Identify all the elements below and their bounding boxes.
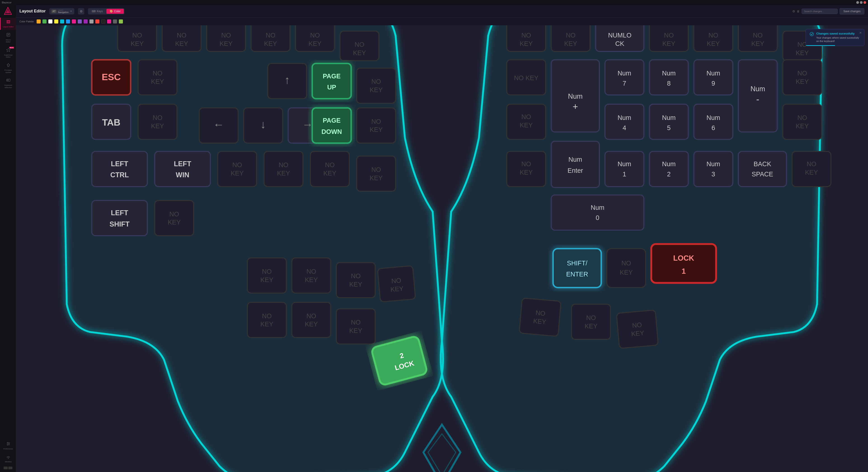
key-L33[interactable] xyxy=(264,152,303,187)
toast-close-button[interactable]: ✕ xyxy=(859,31,862,35)
macro-editor-label: MacroEditor xyxy=(6,39,11,43)
key-num9[interactable] xyxy=(694,60,733,95)
title-bar-controls[interactable] xyxy=(856,1,866,4)
key-RT4[interactable] xyxy=(571,304,611,340)
svg-text:KEY: KEY xyxy=(370,174,382,182)
app-logo[interactable] xyxy=(4,7,12,15)
key-R26[interactable] xyxy=(783,104,822,139)
key-num0[interactable] xyxy=(551,195,644,230)
key-L21[interactable] xyxy=(138,104,177,139)
color-swatch-4[interactable] xyxy=(60,20,64,24)
sidebar-item-wireless[interactable]: Wireless xyxy=(0,452,16,465)
svg-text:↓: ↓ xyxy=(260,118,266,130)
layer-number: #7 xyxy=(52,9,57,13)
key-LT6[interactable] xyxy=(336,309,375,344)
key-R16[interactable] xyxy=(783,60,822,95)
settings-2-icon[interactable]: ⚙ xyxy=(792,9,795,13)
key-lock1[interactable] xyxy=(651,244,716,283)
minimize-button[interactable] xyxy=(856,1,859,4)
svg-text:Num: Num xyxy=(662,69,676,77)
key-LT2[interactable] xyxy=(336,263,375,298)
svg-text:KEY: KEY xyxy=(220,40,232,47)
key-backspace[interactable] xyxy=(738,152,786,187)
sidebar-item-preferences[interactable]: Preferences xyxy=(0,440,16,452)
key-num3[interactable] xyxy=(694,152,733,187)
color-swatch-2[interactable] xyxy=(48,20,53,24)
close-button[interactable] xyxy=(864,1,866,4)
key-num8[interactable] xyxy=(649,60,688,95)
key-RT3[interactable] xyxy=(519,298,561,336)
color-swatch-10[interactable] xyxy=(95,20,99,24)
key-num2[interactable] xyxy=(649,152,688,187)
keyboard-selection-label: KeyboardSelection xyxy=(4,84,12,89)
svg-rect-4 xyxy=(6,22,8,22)
key-num5[interactable] xyxy=(649,104,688,139)
svg-text:NO: NO xyxy=(709,32,718,39)
tab-color[interactable]: 🎨 Color xyxy=(106,9,124,14)
mini-btn-2[interactable] xyxy=(8,467,12,469)
key-left-ctrl[interactable] xyxy=(92,152,147,187)
key-left-win[interactable] xyxy=(155,152,210,187)
key-L35[interactable] xyxy=(357,156,396,191)
svg-text:Num: Num xyxy=(617,160,631,167)
sidebar-item-keyboard-selection[interactable]: KeyboardSelection xyxy=(0,76,16,90)
key-LT0[interactable] xyxy=(247,258,286,293)
svg-text:4: 4 xyxy=(623,124,626,131)
sidebar-item-firmware-update[interactable]: FirmwareUpdate xyxy=(0,61,16,75)
key-num7[interactable] xyxy=(605,60,644,95)
key-pageup[interactable] xyxy=(312,63,351,99)
color-swatch-8[interactable] xyxy=(84,20,88,24)
key-left-shift[interactable] xyxy=(92,200,147,236)
display-icon[interactable]: 🖥 xyxy=(797,9,800,13)
svg-text:KEY: KEY xyxy=(620,269,632,276)
search-input[interactable] xyxy=(802,8,838,14)
svg-text:NO: NO xyxy=(797,69,807,77)
color-swatch-1[interactable] xyxy=(42,20,46,24)
sidebar-item-macro-editor[interactable]: MacroEditor xyxy=(0,31,16,45)
key-shift-enter[interactable] xyxy=(553,249,601,287)
color-swatch-5[interactable] xyxy=(66,20,70,24)
color-swatch-6[interactable] xyxy=(72,20,76,24)
key-LT4[interactable] xyxy=(247,303,286,338)
color-swatch-9[interactable] xyxy=(90,20,94,24)
key-L34[interactable] xyxy=(310,152,349,187)
key-L32[interactable] xyxy=(218,152,257,187)
key-RT1[interactable] xyxy=(607,249,646,287)
key-num6[interactable] xyxy=(694,104,733,139)
key-L41[interactable] xyxy=(155,200,194,236)
maximize-button[interactable] xyxy=(860,1,863,4)
key-pagedown[interactable] xyxy=(312,108,351,143)
color-swatch-14[interactable] xyxy=(119,20,123,24)
color-swatch-13[interactable] xyxy=(113,20,117,24)
tab-keys[interactable]: ⌨ Keys xyxy=(89,9,106,14)
svg-text:←: ← xyxy=(213,118,224,130)
sidebar-item-layout-editor[interactable]: Layout Editor xyxy=(0,18,16,30)
sidebar-item-superkeys-editor[interactable]: BETA SuperkeysEditor xyxy=(0,46,16,60)
preferences-icon xyxy=(6,442,11,447)
color-swatch-7[interactable] xyxy=(78,20,82,24)
color-swatch-3[interactable] xyxy=(54,20,58,24)
key-L25[interactable] xyxy=(357,108,396,143)
key-num1[interactable] xyxy=(605,152,644,187)
layer-selector[interactable]: #7 Layers Navigation ▼ xyxy=(49,8,74,14)
layer-settings-button[interactable]: ⚙ xyxy=(78,8,84,14)
svg-text:KEY: KEY xyxy=(751,40,764,47)
key-RT5[interactable] xyxy=(617,310,658,348)
svg-text:KEY: KEY xyxy=(323,169,336,177)
beta-badge: BETA xyxy=(9,47,14,49)
save-changes-button[interactable]: Save changes xyxy=(840,8,864,14)
svg-text:Num: Num xyxy=(707,160,720,167)
settings-icon: ⚙ xyxy=(80,9,83,13)
key-LT5[interactable] xyxy=(292,303,331,338)
key-L11[interactable] xyxy=(138,60,177,95)
svg-text:NO: NO xyxy=(262,312,272,320)
mini-btn-1[interactable] xyxy=(4,467,8,469)
color-swatch-12[interactable] xyxy=(107,20,111,24)
key-num-enter[interactable] xyxy=(551,141,599,187)
page-title: Layout Editor xyxy=(20,9,45,13)
color-swatch-11[interactable] xyxy=(101,20,105,24)
key-num4[interactable] xyxy=(605,104,644,139)
color-swatch-0[interactable] xyxy=(37,20,41,24)
key-LT1[interactable] xyxy=(292,258,331,293)
key-L15[interactable] xyxy=(357,68,396,103)
